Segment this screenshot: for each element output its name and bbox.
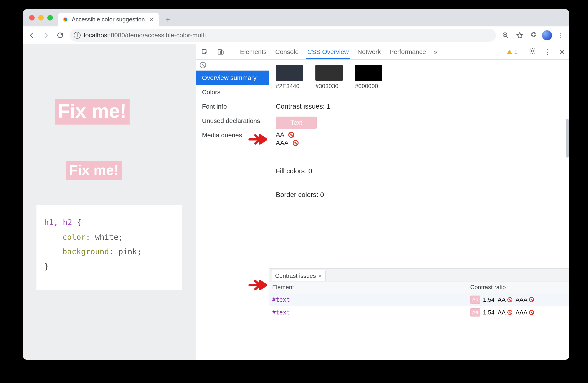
sidebar-item-unused[interactable]: Unused declarations [196, 114, 269, 128]
sidebar-clear-button[interactable] [196, 60, 269, 71]
contrast-aa-label: AA [276, 131, 284, 138]
issues-badge[interactable]: 1 [507, 48, 518, 56]
fill-colors-heading: Fill colors: 0 [276, 167, 563, 175]
fail-icon [507, 297, 512, 302]
drawer-tab-close-icon[interactable]: × [319, 273, 322, 279]
tab-performance[interactable]: Performance [389, 45, 427, 59]
aa-label: AA [498, 296, 506, 303]
contrast-aaa-label: AAA [276, 139, 289, 147]
scrollbar-thumb[interactable] [566, 119, 569, 158]
page-heading-h1: Fix me! [55, 99, 129, 125]
tab-console[interactable]: Console [274, 45, 300, 59]
contrast-ratio-value: 1.54 [483, 309, 495, 316]
col-header-element[interactable]: Element [269, 281, 467, 293]
devtools-close-button[interactable]: ✕ [559, 47, 565, 57]
contrast-preview-chip: Aa [470, 296, 480, 304]
back-button[interactable] [26, 29, 38, 41]
aaa-label: AAA [516, 296, 527, 303]
drawer-tab-label: Contrast issues [275, 272, 316, 279]
contrast-levels: AA AAA [276, 131, 563, 147]
page-heading-h2: Fix me! [66, 161, 122, 180]
css-overview-main: #FFFFFF #ABA800 #AD00A1 #4C566A #2E3440 … [269, 60, 569, 268]
url-path: :8080/demo/accessible-color-multi [109, 32, 206, 39]
warning-icon [507, 50, 512, 54]
svg-rect-2 [218, 50, 222, 54]
sidebar-item-colors[interactable]: Colors [196, 85, 269, 99]
tab-title: Accessible color suggestion [72, 16, 145, 23]
inspect-element-icon[interactable] [200, 47, 209, 57]
browser-tab[interactable]: Accessible color suggestion × [58, 12, 159, 26]
fail-icon [529, 310, 534, 315]
border-colors-heading: Border colors: 0 [276, 191, 563, 199]
address-bar[interactable]: i localhost:8080/demo/accessible-color-m… [70, 29, 496, 42]
fail-icon [288, 132, 294, 138]
contrast-row[interactable]: #text Aa 1.54 AA AAA [269, 306, 569, 319]
devtools-panel: Elements Console CSS Overview Network Pe… [196, 44, 569, 360]
browser-tab-strip: Accessible color suggestion × ＋ [23, 9, 569, 26]
annotation-arrow [249, 132, 267, 146]
color-swatch-000000[interactable] [355, 65, 382, 81]
fail-icon [529, 297, 534, 302]
tab-favicon [62, 16, 68, 23]
color-label-1: #303030 [315, 83, 343, 90]
page-viewport: Fix me! Fix me! h1, h2 { color: white; b… [23, 44, 196, 360]
device-toolbar-icon[interactable] [216, 47, 225, 57]
css-overview-sidebar: Overview summary Colors Font info Unused… [196, 60, 269, 360]
col-header-ratio[interactable]: Contrast ratio [467, 281, 569, 293]
fail-icon [293, 140, 298, 146]
color-swatch-303030[interactable] [315, 65, 343, 81]
reload-button[interactable] [54, 29, 66, 41]
tab-elements[interactable]: Elements [239, 45, 268, 59]
tab-network[interactable]: Network [357, 45, 382, 59]
tabs-overflow-button[interactable]: » [434, 48, 438, 56]
profile-avatar[interactable] [542, 30, 552, 40]
contrast-ratio-value: 1.54 [483, 296, 495, 303]
contrast-issues-heading: Contrast issues: 1 [276, 103, 563, 110]
devtools-drawer: Contrast issues × Element Contrast ratio… [269, 268, 569, 360]
code-brace-open: { [72, 218, 82, 227]
contrast-grid-body: #text Aa 1.54 AA AAA #text [269, 293, 569, 360]
devtools-tab-bar: Elements Console CSS Overview Network Pe… [196, 44, 569, 60]
contrast-row[interactable]: #text Aa 1.54 AA AAA [269, 293, 569, 306]
svg-rect-3 [221, 51, 223, 54]
color-label-2: #000000 [355, 83, 382, 90]
forward-button[interactable] [40, 29, 52, 41]
annotation-arrow [249, 278, 267, 292]
site-info-icon[interactable]: i [74, 32, 81, 39]
new-tab-button[interactable]: ＋ [162, 13, 174, 25]
tab-close-button[interactable]: × [148, 16, 155, 23]
aa-label: AA [498, 309, 506, 316]
url-host: localhost [84, 32, 109, 39]
extensions-icon[interactable] [528, 29, 540, 41]
aaa-label: AAA [516, 309, 527, 316]
code-prop-color: color [44, 233, 86, 242]
issues-count: 1 [514, 48, 518, 56]
code-val-background: : pink; [109, 247, 142, 256]
devtools-settings-icon[interactable] [529, 47, 536, 56]
browser-menu-button[interactable]: ⋮ [554, 29, 566, 41]
browser-toolbar: i localhost:8080/demo/accessible-color-m… [23, 26, 569, 44]
element-node: #text [272, 296, 290, 303]
sidebar-item-overview[interactable]: Overview summary [196, 71, 269, 85]
contrast-grid-header: Element Contrast ratio [269, 281, 569, 293]
code-val-color: : white; [86, 233, 123, 242]
zoom-icon[interactable] [500, 29, 511, 41]
tab-css-overview[interactable]: CSS Overview [306, 45, 350, 59]
devtools-menu-button[interactable]: ⋮ [542, 46, 553, 58]
sidebar-item-font[interactable]: Font info [196, 99, 269, 114]
url-text: localhost:8080/demo/accessible-color-mul… [84, 32, 206, 39]
clear-icon [200, 62, 206, 68]
drawer-tab-contrast-issues[interactable]: Contrast issues × [271, 270, 326, 281]
window-controls [29, 15, 53, 21]
window-maximize-button[interactable] [47, 15, 53, 21]
color-swatch-2e3440[interactable] [276, 65, 303, 81]
fail-icon [507, 310, 512, 315]
bookmark-star-icon[interactable] [514, 29, 525, 41]
contrast-preview-chip: Aa [470, 308, 480, 317]
code-prop-background: background [44, 247, 109, 256]
contrast-chip[interactable]: Text [276, 117, 317, 129]
svg-point-4 [531, 50, 534, 52]
code-selector: h1, h2 [44, 218, 72, 227]
window-close-button[interactable] [29, 15, 35, 21]
window-minimize-button[interactable] [38, 15, 44, 21]
